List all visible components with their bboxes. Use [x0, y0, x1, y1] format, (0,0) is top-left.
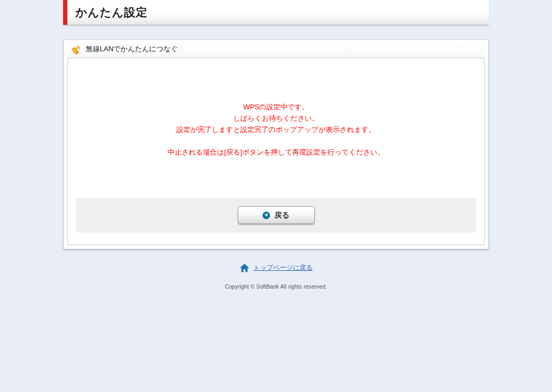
message-line: WPSの設定中です。 — [68, 101, 484, 113]
status-message: WPSの設定中です。 しばらくお待ちください。 設定が完了しますと設定完了のポッ… — [68, 58, 484, 158]
message-line: しばらくお待ちください。 — [68, 113, 484, 124]
top-page-link[interactable]: トップページに戻る — [253, 263, 313, 272]
main-panel: 無線LANでかんたんにつなぐ WPSの設定中です。 しばらくお待ちください。 設… — [63, 39, 489, 249]
back-arrow-icon — [263, 212, 270, 219]
back-button-label: 戻る — [274, 211, 289, 220]
copyright-text: Copyright © SoftBank All rights reserved… — [63, 284, 489, 290]
header-accent-bar — [63, 0, 67, 25]
back-button[interactable]: 戻る — [238, 206, 315, 224]
home-icon — [239, 263, 250, 272]
section-title: 無線LANでかんたんにつなぐ — [86, 44, 178, 54]
button-band: 戻る — [76, 198, 476, 233]
message-line — [68, 135, 484, 146]
page-title: かんたん設定 — [63, 5, 148, 20]
wps-remote-icon — [70, 43, 82, 55]
section-header: 無線LANでかんたんにつなぐ — [67, 40, 485, 58]
home-link-row: トップページに戻る — [239, 263, 313, 272]
page-container: かんたん設定 無線LANでかんたんにつなぐ WPSの設定中です。 — [63, 0, 489, 290]
message-line: 設定が完了しますと設定完了のポップアップが表示されます。 — [68, 124, 484, 135]
page-header: かんたん設定 — [63, 0, 489, 25]
content-box: WPSの設定中です。 しばらくお待ちください。 設定が完了しますと設定完了のポッ… — [67, 58, 485, 245]
message-line: 中止される場合は[戻る]ボタンを押して再度設定を行ってください。 — [68, 146, 484, 158]
page-footer: トップページに戻る Copyright © SoftBank All right… — [63, 263, 489, 290]
